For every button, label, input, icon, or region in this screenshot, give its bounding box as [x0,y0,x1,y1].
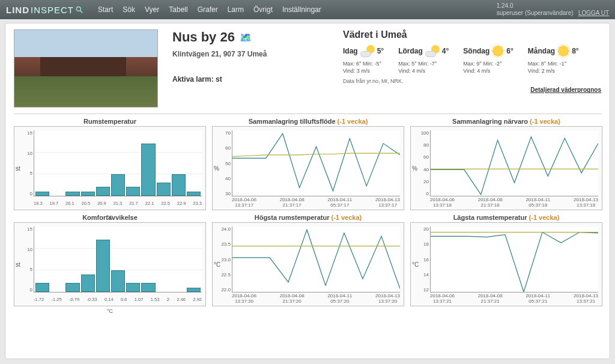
active-alarms: Aktiva larm: st [172,75,329,83]
brand-text-1: LIND [6,5,29,15]
plot[interactable]: st 151050 19.319.720.120.520.921.321.722… [14,126,206,210]
chart-narvaro: Sammanlagring närvaro (-1 vecka) % 10080… [410,118,602,210]
brand-text-2: INSPECT [31,5,74,15]
chart-room-temp: Rumstemperatur st 151050 19.319.720.120.… [14,118,206,210]
plot-inner [34,130,202,196]
y-ticks: 2018161412 [413,226,429,293]
x-categories: -1.72-1.25-0.79-0.330.140.61.071.5322.46… [34,297,202,302]
day-temp: 8° [572,47,578,55]
chart-lagsta: Lägsta rumstemperatur (-1 vecka) °C 2018… [410,214,602,306]
search-icon [75,5,83,14]
day-label: Måndag [528,47,555,55]
day-temp: 4° [442,47,449,55]
day-wind: Vind: 4 m/s [398,68,449,75]
x-ticks: 2018-04-0613:37:172018-04-0821:37:172018… [232,198,400,208]
nav-installningar[interactable]: Inställningar [282,5,321,14]
chart-grid: Rumstemperatur st 151050 19.319.720.120.… [14,118,601,306]
chart-hogsta: Högsta rumstemperatur (-1 vecka) °C 24.0… [212,214,404,306]
weather-details-link[interactable]: Detaljerad väderprognos [343,86,601,93]
day-maxmin: Max: 6° Min: -5° [343,61,384,68]
svg-point-0 [76,7,80,11]
x-label: °C [107,308,113,314]
chart-komfort: Komfortavvikelse st 151050 -1.72-1.25-0.… [14,214,206,306]
sun-cloud-icon [360,45,375,57]
chart-title: Sammanlagring tilluftsflöde (-1 vecka) [212,118,404,125]
forecast: Idag5° Max: 6° Min: -5°Vind: 3 m/s Lörda… [343,45,601,74]
day-temp: 5° [377,47,384,55]
nav-start[interactable]: Start [98,5,113,14]
alarm-unit: st [216,75,222,83]
forecast-day-0: Idag5° Max: 6° Min: -5°Vind: 3 m/s [343,45,384,74]
building-address: Klintvägen 21, 907 37 Umeå [172,50,329,58]
nav-larm[interactable]: Larm [228,5,244,14]
building-title-text: Nus by 26 [172,29,235,45]
chart-title: Sammanlagring närvaro (-1 vecka) [410,118,602,125]
chart-title: Lägsta rumstemperatur (-1 vecka) [410,214,602,221]
sun-icon [492,45,504,57]
topbar: LINDINSPECT Start Sök Vyer Tabell Grafer… [0,0,615,19]
building-info: Nus by 26 🗺️ Klintvägen 21, 907 37 Umeå … [172,29,329,108]
building-title: Nus by 26 🗺️ [172,29,329,45]
plot[interactable]: °C 2018161412 2018-04-0613:37:212018-04-… [410,222,602,306]
sun-cloud-icon [425,45,440,57]
forecast-day-2: Söndag6° Max: 9° Min: -2°Vind: 4 m/s [463,45,513,74]
header-row: Nus by 26 🗺️ Klintvägen 21, 907 37 Umeå … [14,29,601,114]
version-text: 1.24.0 [497,2,609,10]
weather-panel: Vädret i Umeå Idag5° Max: 6° Min: -5°Vin… [343,29,601,108]
y-ticks: 151050 [17,130,32,196]
user-line: superuser (Superanvändare) [497,10,574,16]
sun-icon [557,45,569,57]
day-maxmin: Max: 8° Min: -1° [528,61,579,68]
x-label: °C [107,214,113,220]
plot[interactable]: % 7060504030 2018-04-0613:37:172018-04-0… [212,126,404,210]
brand-logo: LINDINSPECT [6,5,83,15]
nav-tabell[interactable]: Tabell [169,5,187,14]
page: Nus by 26 🗺️ Klintvägen 21, 907 37 Umeå … [5,23,610,359]
plot[interactable]: °C 24.023.523.022.522.0 2018-04-0613:37:… [212,222,404,306]
x-ticks: 2018-04-0613:37:182018-04-0821:37:182018… [430,198,598,208]
day-temp: 6° [506,47,513,55]
day-label: Söndag [463,47,489,55]
day-maxmin: Max: 9° Min: -2° [463,61,513,68]
weather-source: Data från yr.no, MI, NRK. [343,78,601,84]
y-ticks: 24.023.523.022.522.0 [215,226,231,293]
logout-link[interactable]: LOGGA UT [578,10,609,16]
building-photo [14,29,158,108]
day-wind: Vind: 2 m/s [528,68,579,75]
svg-line-1 [80,11,83,13]
forecast-day-3: Måndag8° Max: 8° Min: -1°Vind: 2 m/s [528,45,579,74]
x-categories: 19.319.720.120.520.921.321.722.122.522.9… [34,201,202,206]
nav-vyer[interactable]: Vyer [145,5,159,14]
day-maxmin: Max: 5° Min: -7° [398,61,449,68]
topbar-right: 1.24.0 superuser (Superanvändare) LOGGA … [497,2,609,17]
forecast-day-1: Lördag4° Max: 5° Min: -7°Vind: 4 m/s [398,45,449,74]
main-nav: Start Sök Vyer Tabell Grafer Larm Övrigt… [98,5,321,14]
weather-title: Vädret i Umeå [343,29,601,40]
y-ticks: 7060504030 [215,130,231,196]
plot[interactable]: st 151050 -1.72-1.25-0.79-0.330.140.61.0… [14,222,206,306]
day-label: Lördag [398,47,423,55]
nav-ovrigt[interactable]: Övrigt [253,5,273,14]
map-icon[interactable]: 🗺️ [240,32,252,43]
day-wind: Vind: 4 m/s [463,68,513,75]
x-ticks: 2018-04-0613:37:212018-04-0821:37:212018… [430,294,598,305]
nav-sok[interactable]: Sök [123,5,135,14]
y-ticks: 151050 [17,226,32,293]
nav-grafer[interactable]: Grafer [198,5,218,14]
chart-tilluft: Sammanlagring tilluftsflöde (-1 vecka) %… [212,118,404,210]
chart-title: Rumstemperatur [14,118,206,125]
plot[interactable]: % 100806040200 2018-04-0613:37:182018-04… [410,126,602,210]
x-ticks: 2018-04-0613:37:202018-04-0821:37:202018… [232,294,400,305]
chart-title: Högsta rumstemperatur (-1 vecka) [212,214,404,221]
y-ticks: 100806040200 [413,130,429,196]
day-wind: Vind: 3 m/s [343,68,384,75]
day-label: Idag [343,47,358,55]
alarm-label: Aktiva larm: [172,75,214,83]
